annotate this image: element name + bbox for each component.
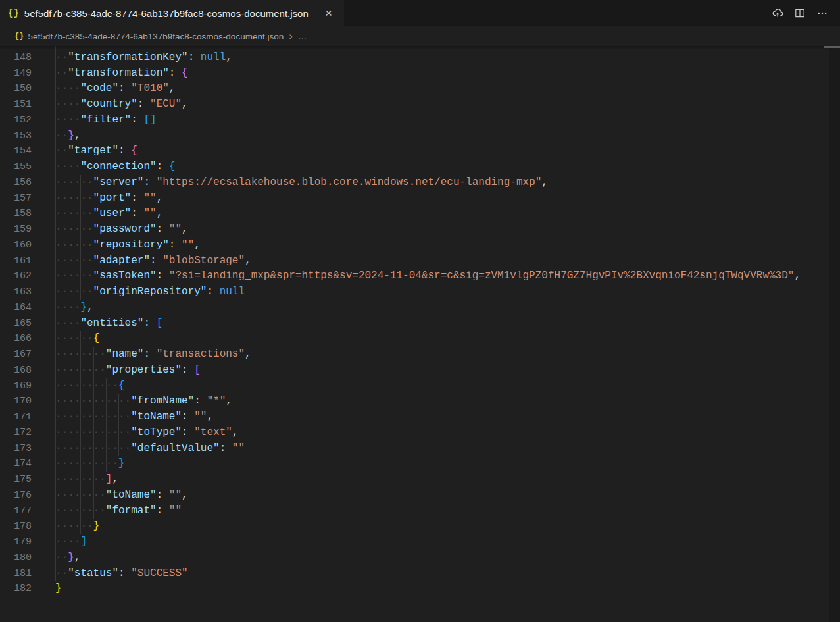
whitespace-dots: ············ [55,427,131,438]
code-line[interactable]: 171············"toName": "", [0,409,829,425]
line-number: 156 [0,175,32,191]
code-line-text: ······{ [55,331,99,347]
code-token: , [226,51,232,63]
code-token: "T010" [131,82,169,94]
json-file-icon: {} [8,9,19,18]
code-line[interactable]: 159······"password": "", [0,222,829,238]
code-token: " [157,176,163,188]
code-line[interactable]: 148··"transformationKey": null, [0,50,829,66]
code-token: "adapter" [93,255,150,267]
whitespace-dots: ·········· [55,457,118,469]
whitespace-dots: ···· [55,161,80,172]
code-token: : [143,317,156,329]
line-number: 176 [0,488,32,504]
code-token: "user" [93,207,132,219]
line-number: 171 [0,409,32,425]
line-number: 174 [0,456,32,472]
whitespace-dots: ······ [55,192,93,204]
code-token: "fromName" [131,395,194,407]
whitespace-dots: ·· [55,51,68,63]
code-line[interactable]: 158······"user": "", [0,206,829,222]
code-line[interactable]: 169··········{ [0,378,829,394]
line-number: 155 [0,159,32,175]
code-line[interactable]: 168········"properties": [ [0,363,829,378]
whitespace-dots: ·· [55,130,68,142]
code-line-text: ··"status": "SUCCESS" [55,566,188,582]
code-line[interactable]: 155····"connection": { [0,159,829,175]
close-icon[interactable]: ✕ [323,7,335,19]
code-line[interactable]: 165····"entities": [ [0,316,829,332]
line-number: 158 [0,206,32,222]
code-token: , [87,301,93,313]
code-token: , [157,192,163,204]
split-editor-icon[interactable] [794,7,806,19]
more-actions-icon[interactable] [816,7,828,19]
code-line[interactable]: 156······"server": "https://ecsalakehous… [0,175,829,191]
code-token: : [169,239,182,251]
line-number: 159 [0,222,32,238]
code-line-text: ······"sasToken": "?si=landing_mxp&spr=h… [55,269,801,284]
code-line[interactable]: 182} [0,581,829,597]
line-number: 166 [0,331,32,347]
code-line-text: ······"user": "", [55,206,162,222]
code-line[interactable]: 162······"sasToken": "?si=landing_mxp&sp… [0,269,829,284]
whitespace-dots: ········ [55,348,106,360]
code-line[interactable]: 153··}, [0,128,829,144]
code-line[interactable]: 173············"defaultValue": "" [0,441,829,457]
code-line[interactable]: 154··"target": { [0,143,829,159]
code-line[interactable]: 179····] [0,534,829,550]
code-token: : [157,505,169,517]
cloud-upload-icon[interactable] [772,7,783,19]
code-line[interactable]: 163······"originRepository": null [0,284,829,300]
code-line[interactable]: 160······"repository": "", [0,238,829,253]
code-line[interactable]: 149··"transformation": { [0,66,829,82]
code-line[interactable]: 176········"toName": "", [0,488,829,504]
code-line-text: ········"name": "transactions", [55,347,251,363]
whitespace-dots: ············ [55,395,131,407]
code-token: , [541,176,548,188]
code-line[interactable]: 175········], [0,472,829,488]
code-line[interactable]: 157······"port": "", [0,191,829,207]
code-line[interactable]: 151····"country": "ECU", [0,97,829,113]
code-line[interactable]: 174··········} [0,456,829,472]
code-line-text: ··}, [55,128,80,144]
line-number: 164 [0,300,32,316]
code-token: : [157,270,169,282]
code-line[interactable]: 152····"filter": [] [0,113,829,128]
breadcrumb-file-item[interactable]: 5ef5df7b-c385-4ade-8774-6ab137b9fac8-cos… [28,32,284,41]
tab-json-file[interactable]: {} 5ef5df7b-c385-4ade-8774-6ab137b9fac8-… [0,0,344,26]
code-line-text: ······"password": "", [55,222,188,238]
code-token: [] [143,114,156,126]
link-token[interactable]: https://ecsalakehouse.blob.core.windows.… [162,176,535,188]
code-line[interactable]: 178······} [0,519,829,534]
whitespace-dots: ······ [55,176,93,188]
whitespace-dots: ···· [55,82,80,94]
code-line[interactable]: 150····"code": "T010", [0,81,829,97]
code-line-text: ········"toName": "", [55,488,188,504]
editor-actions [772,0,840,26]
code-token: "code" [80,82,118,94]
code-line[interactable]: 166······{ [0,331,829,347]
code-token: , [182,489,188,501]
code-line[interactable]: 181··"status": "SUCCESS" [0,566,829,582]
code-editor[interactable]: ··},148··"transformationKey": null,149··… [0,46,840,622]
code-token: "" [169,505,182,517]
whitespace-dots: ······ [55,239,93,251]
scrollbar-thumb[interactable] [824,46,840,48]
code-line[interactable]: 164····}, [0,300,829,316]
scrollbar[interactable] [829,46,840,622]
code-token: : [157,223,169,235]
code-token: , [182,98,188,110]
code-line[interactable]: 167········"name": "transactions", [0,347,829,363]
code-line-text: ··"transformation": { [55,66,188,82]
code-line[interactable]: 172············"toType": "text", [0,425,829,441]
breadcrumb-symbol-ellipsis[interactable]: … [298,32,307,41]
code-line[interactable]: 180··}, [0,550,829,566]
code-line-text: ······"port": "", [55,191,162,207]
code-line[interactable]: 177········"format": "" [0,504,829,519]
code-line[interactable]: 161······"adapter": "blobStorage", [0,253,829,269]
code-line[interactable]: 170············"fromName": "*", [0,394,829,409]
line-number: 154 [0,143,32,159]
code-line-text: ······"originRepository": null [55,284,245,300]
code-token: } [80,301,87,313]
